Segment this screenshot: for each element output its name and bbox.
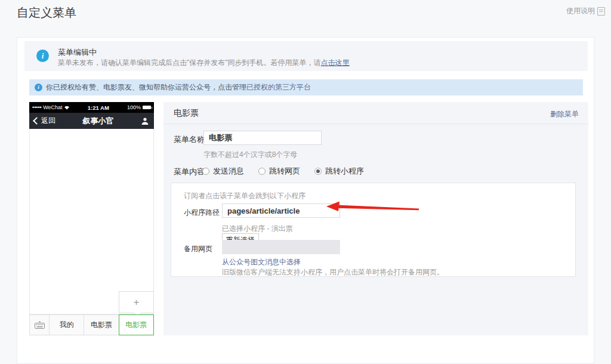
miniprogram-settings-box: 订阅者点击该子菜单会跳到以下小程序 小程序路径 已选择小程序 - 演出票 重新选… xyxy=(171,183,576,277)
fallback-hint: 旧版微信客户端无法支持小程序，用户点击菜单时将会打开备用网页。 xyxy=(222,267,444,277)
selected-menu-title: 电影票 xyxy=(174,108,199,119)
content-type-radios: 发送消息 跳转网页 跳转小程序 xyxy=(202,166,364,177)
radio-label: 跳转小程序 xyxy=(325,166,364,177)
auth-text: 你已授权给有赞、电影票友、微知帮助你运营公众号，点击管理 xyxy=(46,82,246,92)
menu-tab-label: 电影票 xyxy=(91,320,112,330)
miniprogram-path-label: 小程序路径 xyxy=(184,208,220,218)
menu-tab-2[interactable]: 电影票 xyxy=(84,314,119,335)
account-name: 叙事小官 xyxy=(55,116,141,127)
phone-preview: ••••• WeChat 1:21 AM 100% 返回 叙事小官 + xyxy=(29,102,154,335)
custom-menu-page: 自定义菜单 使用说明 i 菜单编辑中 菜单未发布，请确认菜单编辑完成后点击"保存… xyxy=(0,0,611,364)
miniprogram-intro: 订阅者点击该子菜单会跳到以下小程序 xyxy=(184,191,306,201)
notice-body-text: 菜单未发布，请确认菜单编辑完成后点击"保存并发布"同步到手机。若停用菜单，请 xyxy=(58,58,321,67)
selected-miniprogram-info: 已选择小程序 - 演出票 xyxy=(222,224,293,234)
back-label: 返回 xyxy=(41,116,55,126)
menu-name-hint: 字数不超过4个汉字或8个字母 xyxy=(203,150,297,160)
menu-tab-3-selected[interactable]: 电影票 xyxy=(119,314,154,335)
page-title: 自定义菜单 xyxy=(17,5,76,21)
stop-menu-link[interactable]: 点击这里 xyxy=(321,58,350,67)
usage-help-link[interactable]: 使用说明 xyxy=(566,6,605,16)
document-icon xyxy=(597,7,605,16)
radio-jump-webpage[interactable]: 跳转网页 xyxy=(258,166,300,177)
notice-title: 菜单编辑中 xyxy=(58,47,97,58)
editor-panel: i 菜单编辑中 菜单未发布，请确认菜单编辑完成后点击"保存并发布"同步到手机。若… xyxy=(17,37,594,364)
add-submenu-popup[interactable]: + xyxy=(119,291,154,313)
info-icon: i xyxy=(36,50,49,62)
menu-editor-form: 电影票 删除菜单 菜单名称 字数不超过4个汉字或8个字母 菜单内容 发送消息 跳… xyxy=(163,102,588,335)
radio-icon-checked xyxy=(314,168,322,175)
menu-content-label: 菜单内容 xyxy=(174,166,205,177)
fallback-webpage-input xyxy=(222,240,340,254)
plus-icon: + xyxy=(134,297,140,308)
divider xyxy=(163,124,588,124)
radio-icon xyxy=(202,168,209,175)
keyboard-icon xyxy=(35,321,45,329)
radio-label: 跳转网页 xyxy=(269,166,300,177)
usage-help-label: 使用说明 xyxy=(566,6,595,16)
wifi-icon xyxy=(64,105,70,110)
phone-status-bar: ••••• WeChat 1:21 AM 100% xyxy=(29,102,154,113)
notice-body: 菜单未发布，请确认菜单编辑完成后点击"保存并发布"同步到手机。若停用菜单，请点击… xyxy=(58,58,350,68)
chevron-left-icon xyxy=(33,117,41,125)
delete-menu-link[interactable]: 删除菜单 xyxy=(550,109,579,119)
radio-label: 发送消息 xyxy=(213,166,244,177)
carrier-label: ••••• WeChat xyxy=(32,104,63,110)
status-time: 1:21 AM xyxy=(70,104,127,111)
battery-icon xyxy=(143,106,151,109)
profile-icon[interactable] xyxy=(141,117,149,125)
fallback-webpage-label: 备用网页 xyxy=(184,244,212,254)
choose-from-articles-link[interactable]: 从公众号图文消息中选择 xyxy=(222,257,301,267)
menu-tab-label: 我的 xyxy=(60,320,74,330)
phone-body xyxy=(29,129,154,314)
radio-send-message[interactable]: 发送消息 xyxy=(202,166,244,177)
radio-jump-miniprogram[interactable]: 跳转小程序 xyxy=(314,166,364,177)
miniprogram-path-input[interactable] xyxy=(222,203,340,218)
phone-nav-bar: 返回 叙事小官 xyxy=(29,113,154,129)
radio-icon xyxy=(258,168,266,175)
menu-editing-notice: i 菜单编辑中 菜单未发布，请确认菜单编辑完成后点击"保存并发布"同步到手机。若… xyxy=(24,41,588,71)
menu-name-input[interactable] xyxy=(203,131,322,145)
battery-percent: 100% xyxy=(127,104,141,110)
menu-tab-label: 电影票 xyxy=(125,320,147,330)
info-icon-small: i xyxy=(35,84,42,91)
menu-tab-1[interactable]: 我的 xyxy=(49,314,84,335)
back-button[interactable]: 返回 xyxy=(34,116,55,126)
menu-name-label: 菜单名称 xyxy=(174,134,205,145)
keyboard-toggle[interactable] xyxy=(29,314,50,335)
third-party-platform-link[interactable]: 已授权的第三方平台 xyxy=(246,82,311,92)
authorization-bar: i 你已授权给有赞、电影票友、微知帮助你运营公众号，点击管理已授权的第三方平台 xyxy=(29,79,583,95)
phone-menu-bar: 我的 电影票 电影票 xyxy=(29,314,154,335)
